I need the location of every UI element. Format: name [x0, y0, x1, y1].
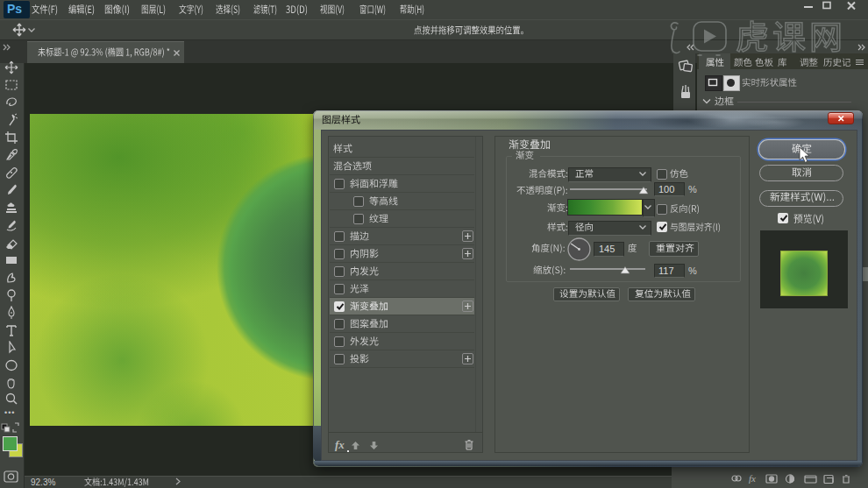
svg-text:fx: fx: [749, 474, 756, 484]
